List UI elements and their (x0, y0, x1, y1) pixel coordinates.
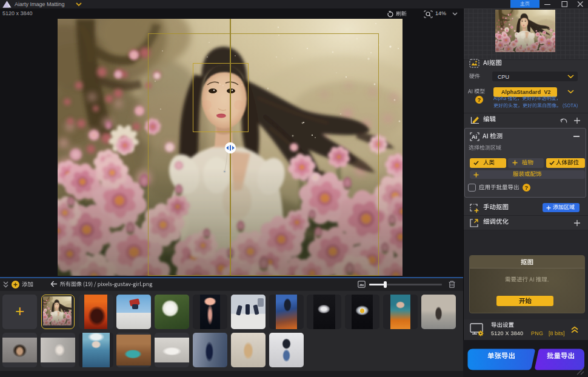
svg-text:Ai: Ai (472, 134, 477, 140)
